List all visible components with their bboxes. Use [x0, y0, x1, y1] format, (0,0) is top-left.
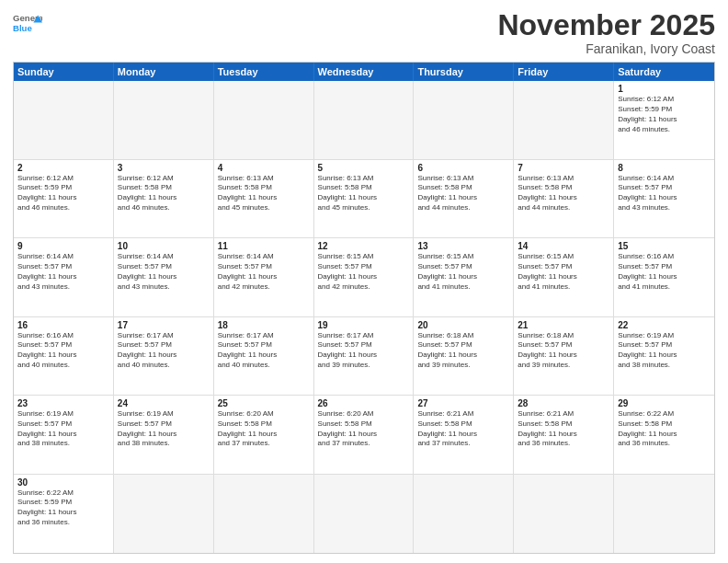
calendar-cell: 12Sunrise: 6:15 AM Sunset: 5:57 PM Dayli…: [314, 238, 415, 316]
day-info: Sunrise: 6:19 AM Sunset: 5:57 PM Dayligh…: [118, 409, 210, 449]
calendar-cell: 18Sunrise: 6:17 AM Sunset: 5:57 PM Dayli…: [214, 317, 314, 395]
day-number: 7: [518, 163, 609, 173]
calendar-cell: 4Sunrise: 6:13 AM Sunset: 5:58 PM Daylig…: [214, 160, 314, 237]
day-info: Sunrise: 6:22 AM Sunset: 5:58 PM Dayligh…: [618, 409, 711, 449]
day-number: 2: [17, 163, 109, 173]
calendar-cell: 30Sunrise: 6:22 AM Sunset: 5:59 PM Dayli…: [14, 475, 114, 553]
calendar-cell: 22Sunrise: 6:19 AM Sunset: 5:57 PM Dayli…: [614, 317, 714, 395]
calendar-cell: 6Sunrise: 6:13 AM Sunset: 5:58 PM Daylig…: [414, 160, 514, 237]
day-info: Sunrise: 6:12 AM Sunset: 5:59 PM Dayligh…: [618, 95, 711, 134]
day-info: Sunrise: 6:15 AM Sunset: 5:57 PM Dayligh…: [518, 252, 609, 292]
subtitle: Faranikan, Ivory Coast: [497, 41, 715, 56]
day-number: 28: [518, 398, 609, 408]
month-title: November 2025: [497, 9, 715, 41]
calendar-cell: [614, 475, 714, 553]
calendar-cell: [14, 81, 114, 158]
calendar-cell: [314, 475, 415, 553]
day-number: 20: [417, 320, 509, 330]
calendar-row-0: 1Sunrise: 6:12 AM Sunset: 5:59 PM Daylig…: [14, 81, 714, 159]
day-info: Sunrise: 6:13 AM Sunset: 5:58 PM Dayligh…: [417, 174, 509, 213]
day-number: 3: [118, 163, 210, 173]
calendar-cell: 26Sunrise: 6:20 AM Sunset: 5:58 PM Dayli…: [314, 396, 415, 473]
day-info: Sunrise: 6:14 AM Sunset: 5:57 PM Dayligh…: [118, 252, 210, 292]
logo: General Blue: [13, 9, 42, 39]
day-number: 27: [417, 398, 509, 408]
day-info: Sunrise: 6:14 AM Sunset: 5:57 PM Dayligh…: [618, 174, 711, 213]
day-info: Sunrise: 6:15 AM Sunset: 5:57 PM Dayligh…: [417, 252, 509, 292]
day-number: 13: [417, 241, 509, 251]
day-info: Sunrise: 6:16 AM Sunset: 5:57 PM Dayligh…: [618, 252, 711, 292]
weekday-header-wednesday: Wednesday: [314, 63, 415, 81]
calendar-cell: 1Sunrise: 6:12 AM Sunset: 5:59 PM Daylig…: [614, 81, 714, 158]
svg-text:Blue: Blue: [13, 23, 32, 33]
day-number: 12: [318, 241, 410, 251]
day-number: 10: [118, 241, 210, 251]
calendar-row-5: 30Sunrise: 6:22 AM Sunset: 5:59 PM Dayli…: [14, 475, 714, 553]
calendar-cell: [214, 475, 314, 553]
calendar-cell: 25Sunrise: 6:20 AM Sunset: 5:58 PM Dayli…: [214, 396, 314, 473]
calendar-cell: 24Sunrise: 6:19 AM Sunset: 5:57 PM Dayli…: [114, 396, 214, 473]
calendar-row-2: 9Sunrise: 6:14 AM Sunset: 5:57 PM Daylig…: [14, 238, 714, 316]
page: General Blue November 2025 Faranikan, Iv…: [0, 0, 728, 563]
calendar-cell: 11Sunrise: 6:14 AM Sunset: 5:57 PM Dayli…: [214, 238, 314, 316]
calendar-body: 1Sunrise: 6:12 AM Sunset: 5:59 PM Daylig…: [14, 81, 714, 553]
day-info: Sunrise: 6:14 AM Sunset: 5:57 PM Dayligh…: [17, 252, 109, 292]
calendar-cell: 23Sunrise: 6:19 AM Sunset: 5:57 PM Dayli…: [14, 396, 114, 473]
day-number: 8: [618, 163, 711, 173]
calendar-cell: [514, 475, 614, 553]
logo-icon: General Blue: [13, 9, 42, 39]
day-info: Sunrise: 6:13 AM Sunset: 5:58 PM Dayligh…: [518, 174, 609, 213]
calendar-row-3: 16Sunrise: 6:16 AM Sunset: 5:57 PM Dayli…: [14, 317, 714, 396]
day-info: Sunrise: 6:20 AM Sunset: 5:58 PM Dayligh…: [318, 409, 410, 449]
calendar-cell: [314, 81, 415, 158]
calendar-cell: 27Sunrise: 6:21 AM Sunset: 5:58 PM Dayli…: [414, 396, 514, 473]
calendar-cell: 2Sunrise: 6:12 AM Sunset: 5:59 PM Daylig…: [14, 160, 114, 237]
day-number: 25: [218, 398, 310, 408]
day-info: Sunrise: 6:17 AM Sunset: 5:57 PM Dayligh…: [218, 331, 310, 371]
day-number: 29: [618, 398, 711, 408]
weekday-header-sunday: Sunday: [14, 63, 114, 81]
calendar-cell: 5Sunrise: 6:13 AM Sunset: 5:58 PM Daylig…: [314, 160, 415, 237]
day-number: 4: [218, 163, 310, 173]
calendar-row-4: 23Sunrise: 6:19 AM Sunset: 5:57 PM Dayli…: [14, 396, 714, 474]
calendar-cell: [214, 81, 314, 158]
calendar-cell: 13Sunrise: 6:15 AM Sunset: 5:57 PM Dayli…: [414, 238, 514, 316]
day-info: Sunrise: 6:12 AM Sunset: 5:59 PM Dayligh…: [17, 174, 109, 213]
day-number: 26: [318, 398, 410, 408]
calendar-cell: 17Sunrise: 6:17 AM Sunset: 5:57 PM Dayli…: [114, 317, 214, 395]
day-number: 18: [218, 320, 310, 330]
calendar-cell: [114, 475, 214, 553]
day-number: 30: [17, 477, 109, 488]
calendar-cell: [114, 81, 214, 158]
day-info: Sunrise: 6:14 AM Sunset: 5:57 PM Dayligh…: [218, 252, 310, 292]
calendar-cell: [514, 81, 614, 158]
day-info: Sunrise: 6:12 AM Sunset: 5:58 PM Dayligh…: [118, 174, 210, 213]
day-info: Sunrise: 6:18 AM Sunset: 5:57 PM Dayligh…: [518, 331, 609, 371]
calendar-cell: [414, 475, 514, 553]
weekday-header-monday: Monday: [114, 63, 214, 81]
calendar-cell: 9Sunrise: 6:14 AM Sunset: 5:57 PM Daylig…: [14, 238, 114, 316]
day-info: Sunrise: 6:20 AM Sunset: 5:58 PM Dayligh…: [218, 409, 310, 449]
day-info: Sunrise: 6:13 AM Sunset: 5:58 PM Dayligh…: [318, 174, 410, 213]
day-info: Sunrise: 6:16 AM Sunset: 5:57 PM Dayligh…: [17, 331, 109, 371]
day-number: 23: [17, 398, 109, 408]
header: General Blue November 2025 Faranikan, Iv…: [13, 9, 715, 56]
day-number: 16: [17, 320, 109, 330]
day-number: 24: [118, 398, 210, 408]
day-number: 5: [318, 163, 410, 173]
day-info: Sunrise: 6:22 AM Sunset: 5:59 PM Dayligh…: [17, 488, 109, 528]
day-info: Sunrise: 6:19 AM Sunset: 5:57 PM Dayligh…: [17, 409, 109, 449]
weekday-header-tuesday: Tuesday: [214, 63, 314, 81]
day-info: Sunrise: 6:18 AM Sunset: 5:57 PM Dayligh…: [417, 331, 509, 371]
calendar-header: SundayMondayTuesdayWednesdayThursdayFrid…: [14, 63, 714, 81]
calendar-row-1: 2Sunrise: 6:12 AM Sunset: 5:59 PM Daylig…: [14, 160, 714, 238]
day-number: 14: [518, 241, 609, 251]
calendar-cell: 16Sunrise: 6:16 AM Sunset: 5:57 PM Dayli…: [14, 317, 114, 395]
calendar-cell: 29Sunrise: 6:22 AM Sunset: 5:58 PM Dayli…: [614, 396, 714, 473]
day-number: 22: [618, 320, 711, 330]
calendar-cell: 28Sunrise: 6:21 AM Sunset: 5:58 PM Dayli…: [514, 396, 614, 473]
day-info: Sunrise: 6:21 AM Sunset: 5:58 PM Dayligh…: [417, 409, 509, 449]
calendar-cell: 20Sunrise: 6:18 AM Sunset: 5:57 PM Dayli…: [414, 317, 514, 395]
day-number: 15: [618, 241, 711, 251]
day-info: Sunrise: 6:15 AM Sunset: 5:57 PM Dayligh…: [318, 252, 410, 292]
